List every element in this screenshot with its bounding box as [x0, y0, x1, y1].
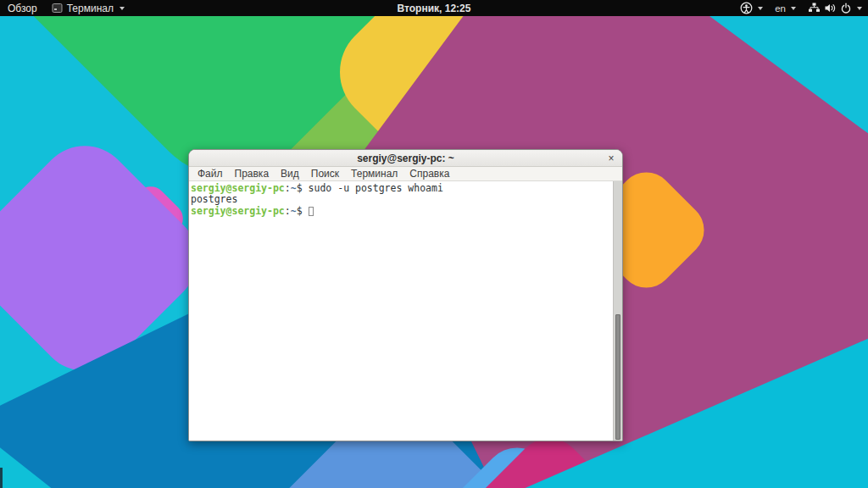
window-title: sergiy@sergiy-pc: ~ — [357, 152, 454, 164]
volume-icon — [824, 2, 837, 14]
window-titlebar[interactable]: sergiy@sergiy-pc: ~ × — [189, 150, 622, 167]
system-menu[interactable] — [802, 0, 868, 16]
terminal-line-output: postgres — [191, 194, 610, 205]
menu-item-view[interactable]: Вид — [275, 167, 305, 180]
output-text: postgres — [191, 193, 237, 205]
activities-button[interactable]: Обзор — [0, 0, 45, 16]
wallpaper-shape-dark-notch — [0, 468, 3, 488]
chevron-down-icon — [758, 7, 763, 10]
menubar: Файл Правка Вид Поиск Терминал Справка — [189, 167, 622, 181]
prompt-path: ~ — [291, 205, 297, 217]
top-bar-left: Обзор Терминал — [0, 0, 131, 16]
scrollbar-thumb[interactable] — [615, 314, 620, 440]
accessibility-icon — [740, 2, 753, 14]
clock[interactable]: Вторник, 12:25 — [398, 3, 471, 14]
prompt-user: sergiy@sergiy-pc — [191, 182, 285, 194]
top-bar-right: en — [734, 0, 868, 16]
menu-item-file[interactable]: Файл — [192, 167, 229, 180]
prompt-dollar: $ — [297, 182, 303, 194]
scrollbar[interactable] — [613, 181, 622, 441]
power-icon — [840, 3, 852, 14]
menu-item-edit[interactable]: Правка — [229, 167, 275, 180]
terminal-screen[interactable]: sergiy@sergiy-pc:~$sudo -u postgres whoa… — [189, 181, 622, 441]
app-menu-label: Терминал — [67, 3, 114, 14]
chevron-down-icon — [791, 7, 796, 10]
activities-label: Обзор — [8, 3, 37, 14]
prompt-colon: : — [285, 205, 291, 217]
keyboard-layout-label: en — [775, 3, 786, 14]
prompt-colon: : — [285, 182, 291, 194]
terminal-line-command: sergiy@sergiy-pc:~$sudo -u postgres whoa… — [191, 183, 610, 194]
accessibility-menu[interactable] — [734, 0, 769, 16]
chevron-down-icon — [120, 7, 125, 10]
terminal-cursor — [309, 207, 314, 216]
chevron-down-icon — [857, 7, 862, 10]
keyboard-layout-menu[interactable]: en — [769, 0, 802, 16]
app-menu[interactable]: Терминал — [45, 0, 131, 16]
close-button[interactable]: × — [604, 150, 619, 167]
command-text: sudo -u postgres whoami — [309, 182, 443, 194]
menu-item-help[interactable]: Справка — [403, 167, 455, 180]
network-icon — [808, 2, 821, 14]
prompt-dollar: $ — [297, 205, 303, 217]
prompt-path: ~ — [291, 182, 297, 194]
terminal-line-prompt: sergiy@sergiy-pc:~$ — [191, 206, 610, 217]
prompt-user: sergiy@sergiy-pc — [191, 205, 285, 217]
top-bar: Обзор Терминал Вторник, 12:25 — [0, 0, 868, 16]
terminal-app-icon — [52, 3, 63, 14]
menu-item-terminal[interactable]: Терминал — [345, 167, 403, 180]
menu-item-search[interactable]: Поиск — [305, 167, 345, 180]
terminal-window: sergiy@sergiy-pc: ~ × Файл Правка Вид По… — [188, 149, 623, 441]
